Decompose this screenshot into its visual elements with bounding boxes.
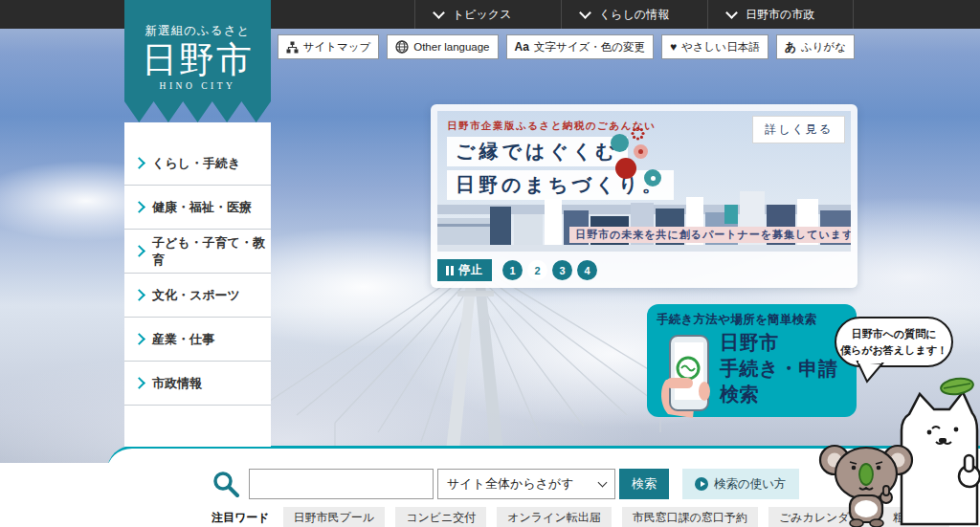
search-input[interactable] [249, 469, 434, 499]
sidebar-item-label: 市政情報 [152, 375, 202, 392]
bubble-line2: 僕らがお答えします！ [840, 342, 947, 359]
sidebar-item-industry-work[interactable]: 産業・仕事 [124, 318, 271, 362]
topnav-item-topics[interactable]: トピックス [414, 0, 561, 29]
mascot-characters [813, 371, 980, 527]
carousel-caption: 日野市の未来を共に創るパートナーを募集しています。 [569, 227, 851, 243]
furigana-icon: あ [785, 41, 796, 53]
sidebar-item-label: 産業・仕事 [152, 331, 214, 348]
decor-circle-red [615, 158, 636, 179]
pause-icon [446, 266, 454, 275]
hino-city-homepage: トピックス くらしの情報 日野市の市政 サイトマップ [0, 0, 980, 527]
carousel-headline-line2: 日野のまちづくり。 [447, 170, 674, 200]
carousel-headline-line1: ご縁ではぐくむ [447, 137, 628, 166]
sidebar-item-label: 健康・福祉・医療 [152, 199, 252, 216]
utility-label: やさしい日本語 [681, 40, 760, 55]
logo-tagline: 新選組のふるさと [124, 0, 271, 39]
decor-circle-salmon [634, 144, 648, 159]
search-scope-value: サイト全体からさがす [447, 475, 573, 493]
chevron-down-icon [725, 7, 738, 19]
heart-icon: ♥ [670, 41, 677, 53]
carousel-page-3[interactable]: 3 [552, 260, 572, 280]
sitemap-button[interactable]: サイトマップ [278, 34, 380, 59]
phone-in-hand-icon [657, 330, 718, 418]
sidebar-item-city-info[interactable]: 市政情報 [124, 362, 271, 406]
text-size-color-button[interactable]: Aa 文字サイズ・色の変更 [506, 34, 654, 59]
text-size-icon: Aa [515, 41, 529, 53]
play-circle-icon [695, 477, 708, 491]
keyword-tag[interactable]: オンライン転出届 [497, 507, 611, 527]
topnav-item-living-info[interactable]: くらしの情報 [561, 0, 707, 29]
chevron-right-icon [133, 289, 145, 301]
search-help-label: 検索の使い方 [714, 476, 787, 493]
search-help-link[interactable]: 検索の使い方 [682, 469, 799, 499]
sidebar-menu: くらし・手続き 健康・福祉・医療 子ども・子育て・教育 文化・スポーツ 産業・仕… [124, 122, 271, 447]
search-button[interactable]: 検索 [619, 469, 669, 499]
bottom-panel-left-fill [0, 463, 124, 527]
topnav-item-label: 日野市の市政 [746, 7, 814, 23]
carousel-slide-banner[interactable]: 日野市企業版ふるさと納税のごあんない ご縁ではぐくむ 日野のまちづくり。 日野市… [437, 111, 851, 252]
sidebar-item-label: 子ども・子育て・教育 [152, 234, 271, 269]
sidebar-item-culture-sports[interactable]: 文化・スポーツ [124, 274, 271, 318]
globe-icon [395, 40, 409, 54]
detail-button[interactable]: 詳しく見る [752, 116, 845, 143]
sitemap-icon [286, 41, 299, 54]
bubble-line1: 日野市への質問に [840, 326, 947, 342]
decor-circle-teal-dot [644, 169, 661, 187]
carousel-stop-button[interactable]: 停止 [437, 259, 492, 281]
decor-circle-teal [611, 134, 629, 152]
sidebar-item-children-education[interactable]: 子ども・子育て・教育 [124, 230, 271, 274]
keyword-tag[interactable]: 日野市民プール [283, 507, 386, 527]
carousel-page-1[interactable]: 1 [502, 260, 523, 280]
keywords-label: 注目ワード [212, 510, 270, 526]
carousel-page-4[interactable]: 4 [577, 260, 597, 280]
logo-romaji: HINO CITY [124, 81, 271, 91]
utility-label: 文字サイズ・色の変更 [534, 40, 645, 55]
stop-label: 停止 [458, 262, 483, 278]
logo-panel: 新選組のふるさと 日野市 HINO CITY [124, 0, 271, 101]
carousel-controls: 停止 1 2 3 4 [437, 259, 851, 281]
keyword-tag[interactable]: コンビニ交付 [395, 507, 486, 527]
carousel-kicker: 日野市企業版ふるさと納税のごあんない [447, 120, 656, 133]
search-icon [212, 470, 240, 498]
topnav-item-label: トピックス [453, 7, 511, 23]
other-language-button[interactable]: Other language [387, 34, 498, 59]
utility-label: サイトマップ [303, 40, 371, 55]
chevron-right-icon [133, 245, 145, 257]
chevron-down-icon [433, 7, 445, 19]
furigana-button[interactable]: あ ふりがな [776, 34, 855, 59]
mascot-speech-bubble: 日野市への質問に 僕らがお答えします！ [835, 317, 953, 367]
chevron-right-icon [133, 333, 145, 345]
sidebar-item-label: くらし・手続き [152, 155, 240, 172]
promo-title-line1: 日野市 [720, 330, 837, 356]
keyword-tag[interactable]: 市民窓口課の窓口予約 [622, 507, 758, 527]
utility-bar: サイトマップ Other language Aa 文字サイズ・色の変更 ♥ やさ… [278, 34, 855, 59]
chevron-right-icon [133, 201, 145, 213]
sidebar-item-living-procedures[interactable]: くらし・手続き [124, 142, 271, 186]
chevron-right-icon [133, 157, 145, 169]
chevron-down-icon [598, 478, 608, 488]
carousel-page-2-active[interactable]: 2 [527, 260, 547, 280]
utility-label: Other language [413, 41, 489, 53]
site-logo[interactable]: 新選組のふるさと 日野市 HINO CITY [124, 0, 271, 122]
easy-japanese-button[interactable]: ♥ やさしい日本語 [661, 34, 768, 59]
top-navigation: トピックス くらしの情報 日野市の市政 [414, 0, 854, 29]
search-scope-select[interactable]: サイト全体からさがす [437, 469, 615, 499]
chevron-right-icon [133, 377, 145, 389]
hero-carousel: 日野市企業版ふるさと納税のごあんない ご縁ではぐくむ 日野のまちづくり。 日野市… [431, 104, 858, 288]
site-search-bar: サイト全体からさがす 検索 検索の使い方 [212, 469, 799, 499]
chevron-down-icon [579, 7, 591, 19]
sidebar-item-label: 文化・スポーツ [152, 287, 240, 304]
flower-icon [631, 126, 645, 141]
logo-city-name: 日野市 [124, 39, 271, 81]
utility-label: ふりがな [801, 40, 846, 55]
promo-heading: 手続き方法や場所を簡単検索 [657, 312, 849, 328]
topnav-item-label: くらしの情報 [599, 7, 669, 23]
logo-zigzag-edge [124, 101, 271, 122]
topnav-item-city-government[interactable]: 日野市の市政 [707, 0, 854, 29]
sidebar-item-health-welfare[interactable]: 健康・福祉・医療 [124, 186, 271, 230]
